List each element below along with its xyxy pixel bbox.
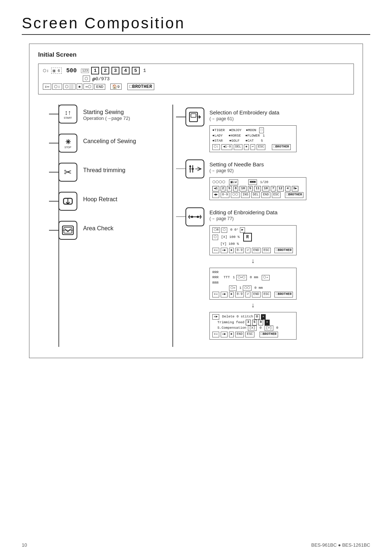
mini-r1: ●TIGER ●ENJOY ●MOON ⬚ [212, 127, 294, 133]
needle-icon-box [185, 159, 204, 178]
mini-tb-2: ◀1-9 [221, 144, 232, 150]
initial-screen: ⬡↕ ▥ 6 500 123 1 2 3 4 5 1 ⬡ 𝞀0/973 ⇕⇔ ⬡… [38, 64, 354, 94]
horiz-line-r3 [176, 216, 185, 217]
needle-n6: 5 [248, 186, 253, 192]
editing-icon [188, 211, 201, 222]
edit3-tb3: ✱ [229, 332, 234, 337]
editing-sub: (→ page 77) [209, 216, 297, 221]
needle-page-num: 1/20 [260, 180, 268, 185]
edit2-rrr: RRRRRRRRR [212, 270, 219, 285]
edit2-r2: ⬡= 1 ⬡⬡ 0 mm [212, 285, 294, 291]
screen-num-5: 5 [132, 67, 140, 74]
golf: ●GOLF [229, 138, 240, 143]
moon: ●MOON [246, 128, 256, 133]
edit2-tb7: ESC [262, 292, 271, 297]
screen-stitch: 𝞀0/973 [92, 76, 110, 82]
hoop-icon-box [58, 192, 77, 211]
mini-tb-1: ⬡↕ [212, 144, 220, 150]
edit-tb1: ✳⇔ [212, 248, 219, 254]
edit2-zero1: 0 mm [250, 275, 258, 280]
editing-mini-2: RRRRRRRRR TTT 1 ⬡↩⬡ 0 mm ⬡⇒ ⬡= [209, 268, 297, 300]
edit2-r1: RRRRRRRRR TTT 1 ⬡↩⬡ 0 mm ⬡⇒ [212, 270, 294, 285]
title-underline [22, 34, 370, 35]
right-section: Selection of Embroidery data (→ page 61)… [172, 105, 354, 347]
edit-brother-1: □BROTHER [274, 248, 293, 254]
edit3-5: 5 [252, 320, 257, 325]
needle-n7: 11 [254, 186, 261, 192]
edit3-cx: [X] [248, 325, 257, 331]
needle-n11: 4 [285, 186, 290, 192]
edit3-delete: Delete 0 stitch [222, 314, 253, 319]
screen-tb-5: ⇔⬡ [83, 84, 93, 90]
edit3-r4: ✳⇔ ⇔▶ ✱ END ESC □BROTHER [212, 332, 294, 337]
edit-x: [X] 100 % [221, 235, 240, 240]
horiz-line-area [49, 230, 58, 231]
scissors-icon: ✂ [64, 167, 72, 178]
start-icon: ↕↑ START [64, 109, 72, 119]
right-vert-line [172, 105, 173, 347]
screen-num-plain: 1 [143, 68, 146, 73]
edit2-b3: ⬡⬡ [243, 285, 252, 291]
needle-n8: 10 [262, 186, 269, 192]
canceling-sewing-label: Canceling of Sewing [83, 134, 136, 145]
item-hoop-retract: Hoop Retract [49, 192, 172, 211]
page-title: Screen Composition [22, 15, 370, 32]
screen-val: 500 [66, 68, 77, 74]
needle-tb4: INS [241, 192, 250, 198]
edit-y: [Y] 100 % [220, 242, 239, 247]
needle-bars-sub: (→ page 92) [209, 168, 306, 173]
edit-r1: ⬡R ⬡ 0 0° ▶ [212, 227, 294, 233]
edit-r-box: R [243, 233, 252, 242]
mini-r4: ⬡↕ ◀1-9 DEL ✱ ↩ ESC □BROTHER [212, 144, 294, 150]
edit-b2: ⬡ [221, 227, 227, 233]
tiger: ●TIGER [212, 128, 225, 133]
screen-num-2: 2 [101, 67, 109, 74]
editing-mini-1: ⬡R ⬡ 0 0° ▶ ⬡ [X] 100 % R [209, 225, 297, 255]
screen-dotted: ▥ 6 [51, 68, 62, 74]
edit3-brother: □BROTHER [260, 332, 278, 337]
needle-icons: ⬡⬡⬡⬡ [212, 180, 225, 185]
edit2-tb3: ✱ [229, 292, 234, 297]
edit-tb6: END [252, 248, 261, 254]
enjoy: ●ENJOY [229, 128, 241, 133]
needle-tb2: 0-9 [221, 192, 229, 198]
screen-tb-1: ⇕⇔ [43, 84, 51, 90]
item-area-check: Area Check [49, 221, 172, 240]
starting-sewing-main: Starting Sewing [83, 109, 130, 116]
edit-b4: ⬡ [212, 235, 218, 240]
editing-label: Editing of Enbroidering Data (→ page 77)… [209, 207, 297, 340]
screen-row-1: ⬡↕ ▥ 6 500 123 1 2 3 4 5 1 [43, 67, 349, 74]
mini-box-r: ⬚ [259, 127, 264, 133]
mini-r2: ●LADY ●HORSE ●FLOWER 1 [212, 133, 294, 138]
thread-trimming-main: Thread trimming [83, 167, 125, 174]
left-column: ↕↑ START Starting Sewing Operation (→pag… [49, 105, 172, 347]
edit2-b1: ⬡↩⬡ [236, 275, 247, 281]
edit2-brother: □BROTHER [274, 292, 293, 297]
lady: ●LADY [212, 133, 223, 138]
mini-r3: ●STAR ●GOLF ●CAT 5 [212, 138, 294, 143]
edit3-cy: [Y] [265, 325, 273, 331]
edit3-cy-val: 0 [276, 325, 278, 331]
mini-num-1: 1 [263, 133, 265, 138]
edit-tb5: ↩ [245, 248, 250, 254]
edit3-o: O [254, 314, 259, 320]
needle-n3: 5 [227, 186, 232, 192]
edit-b3: ▶ [240, 227, 245, 233]
horiz-line-hoop [49, 201, 58, 202]
horiz-line-start [49, 114, 58, 114]
needle-brother: □BROTHER [285, 192, 303, 198]
needle-tb5: DEL [251, 192, 260, 198]
screen-num-4: 4 [122, 67, 130, 74]
mini-tb-3: DEL [234, 144, 242, 150]
edit2-tb4: 0-9 [235, 292, 244, 297]
screen-tb-7: 🏠9 [110, 84, 122, 90]
embroidery-mini-screen: ●TIGER ●ENJOY ●MOON ⬚ ●LADY ●HORSE ●FLOW… [209, 125, 297, 152]
needle-tb1: ◀▶ [212, 192, 219, 198]
edit3-tb1: ✳⇔ [212, 332, 219, 337]
svg-rect-6 [191, 114, 196, 117]
screen-tb-6: END [94, 84, 105, 90]
mini-num-5: 5 [261, 138, 263, 143]
editing-mini-3: ✳▶ Delete 0 stitch O ✕ Trimming feed 3 5… [209, 312, 297, 340]
edit-tb7: ESC [262, 248, 271, 254]
right-item-embroidery: Selection of Embroidery data (→ page 61)… [176, 108, 354, 152]
